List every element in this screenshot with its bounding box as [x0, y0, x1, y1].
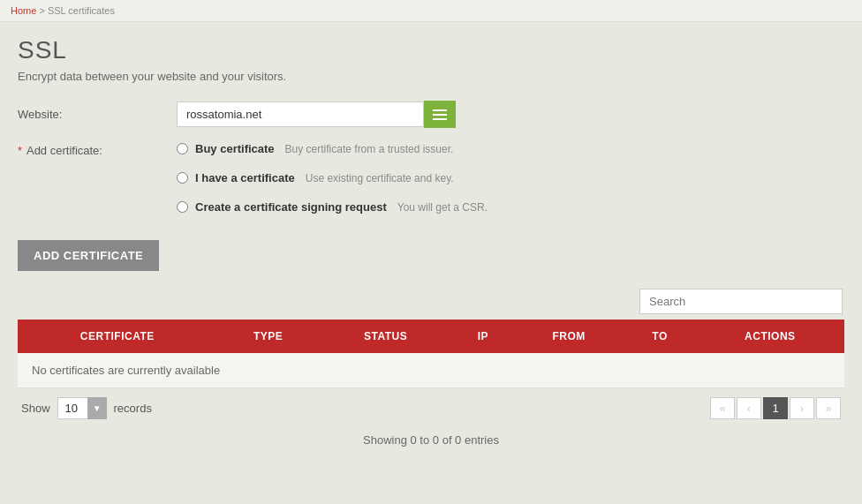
- add-certificate-button[interactable]: ADD CERTIFICATE: [18, 240, 159, 271]
- table-header: CERTIFICATE TYPE STATUS IP FROM TO ACTIO…: [18, 320, 844, 353]
- page-subtitle: Encrypt data between your website and yo…: [18, 70, 844, 83]
- required-star: *: [18, 144, 22, 157]
- cert-option-have-desc: Use existing certificate and key.: [306, 172, 454, 184]
- cert-option-have-label: I have a certificate: [195, 171, 295, 184]
- cert-radio-csr[interactable]: [177, 201, 188, 213]
- cert-option-buy-label: Buy certificate: [195, 142, 275, 155]
- cert-option-csr-desc: You will get a CSR.: [397, 201, 488, 214]
- pagination: « ‹ 1 › »: [710, 397, 841, 419]
- col-actions: ACTIONS: [696, 320, 844, 353]
- pagination-next-button[interactable]: ›: [790, 397, 814, 419]
- table-body: No certificates are currently available: [18, 353, 844, 388]
- show-records: Show 10 25 50 100 ▼ records: [21, 397, 152, 419]
- breadcrumb-home-link[interactable]: Home: [11, 5, 36, 16]
- cert-option-buy-desc: Buy certificate from a trusted issuer.: [285, 143, 454, 155]
- certificate-options: Buy certificate Buy certificate from a t…: [177, 142, 488, 214]
- records-label: records: [114, 402, 152, 415]
- search-bar-container: [18, 289, 844, 314]
- cert-option-buy[interactable]: Buy certificate Buy certificate from a t…: [177, 142, 488, 155]
- col-ip: IP: [452, 320, 514, 353]
- main-content: SSL Encrypt data between your website an…: [0, 22, 862, 466]
- col-type: TYPE: [217, 320, 320, 353]
- pagination-first-button[interactable]: «: [710, 397, 735, 419]
- add-certificate-row: * Add certificate: Buy certificate Buy c…: [18, 142, 844, 214]
- breadcrumb-current: SSL certificates: [48, 5, 115, 16]
- col-status: STATUS: [319, 320, 451, 353]
- records-select-wrapper: 10 25 50 100 ▼: [57, 397, 107, 419]
- certificates-table: CERTIFICATE TYPE STATUS IP FROM TO ACTIO…: [18, 320, 844, 388]
- breadcrumb-separator: >: [39, 5, 47, 16]
- pagination-prev-button[interactable]: ‹: [737, 397, 761, 419]
- table-footer: Show 10 25 50 100 ▼ records « ‹ 1 › »: [18, 388, 844, 428]
- website-row: Website:: [18, 101, 844, 128]
- pagination-last-button[interactable]: »: [816, 397, 841, 419]
- show-label: Show: [21, 402, 50, 415]
- menu-button[interactable]: [424, 101, 456, 128]
- form-section: Website: * Add certificate: Buy cert: [18, 101, 844, 214]
- search-input[interactable]: [639, 289, 843, 314]
- col-from: FROM: [514, 320, 624, 353]
- website-label: Website:: [18, 108, 177, 121]
- col-to: TO: [624, 320, 695, 353]
- cert-option-csr[interactable]: Create a certificate signing request You…: [177, 200, 488, 214]
- records-select[interactable]: 10 25 50 100: [57, 397, 107, 419]
- no-data-row: No certificates are currently available: [18, 353, 844, 388]
- pagination-page-1-button[interactable]: 1: [763, 397, 788, 419]
- cert-radio-have[interactable]: [177, 172, 188, 184]
- no-data-message: No certificates are currently available: [18, 353, 844, 388]
- website-input[interactable]: [177, 102, 424, 127]
- breadcrumb: Home > SSL certificates: [0, 0, 862, 22]
- showing-text: Showing 0 to 0 of 0 entries: [18, 428, 844, 452]
- col-certificate: CERTIFICATE: [18, 320, 217, 353]
- page-title: SSL: [18, 36, 844, 64]
- cert-radio-buy[interactable]: [177, 143, 188, 154]
- cert-option-have[interactable]: I have a certificate Use existing certif…: [177, 171, 488, 184]
- add-certificate-label: * Add certificate:: [18, 142, 177, 157]
- cert-option-csr-label: Create a certificate signing request: [195, 200, 387, 214]
- table-header-row: CERTIFICATE TYPE STATUS IP FROM TO ACTIO…: [18, 320, 844, 353]
- add-certificate-label-text: Add certificate:: [26, 144, 102, 157]
- hamburger-icon: [433, 109, 447, 120]
